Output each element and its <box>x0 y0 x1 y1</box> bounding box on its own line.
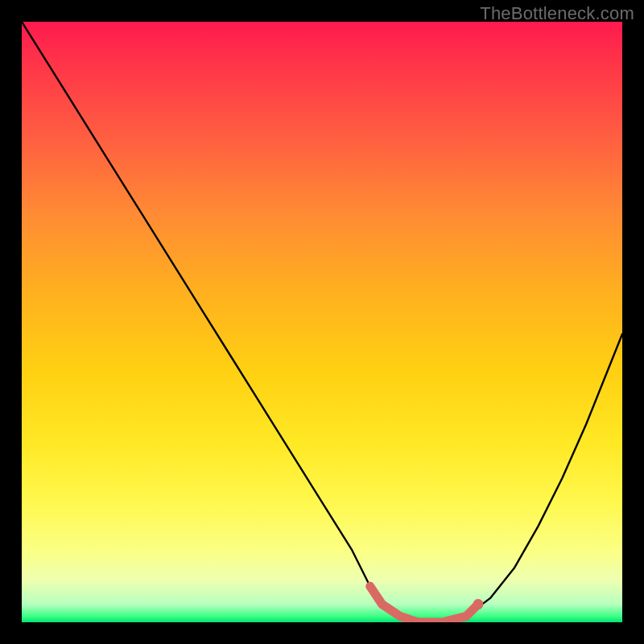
bottleneck-curve-path <box>22 22 622 622</box>
curve-layer <box>22 22 622 622</box>
optimal-range-marker-path <box>370 586 478 622</box>
plot-area <box>22 22 622 622</box>
chart-frame: TheBottleneck.com <box>0 0 644 644</box>
optimal-range-end-dot <box>473 599 483 609</box>
